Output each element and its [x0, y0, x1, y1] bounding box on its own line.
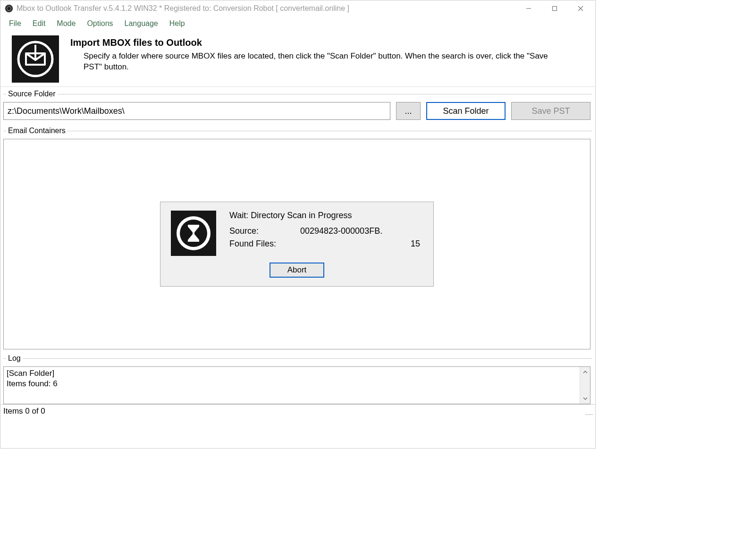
save-pst-button[interactable]: Save PST — [511, 102, 590, 120]
header-text: Import MBOX files to Outlook Specify a f… — [70, 35, 552, 83]
progress-found-value: 15 — [300, 239, 423, 249]
log-area: [Scan Folder] Items found: 6 — [3, 366, 590, 404]
source-folder-input[interactable] — [3, 102, 390, 120]
window-title: Mbox to Outlook Transfer v.5.4.1.2 WIN32… — [17, 4, 515, 13]
close-button[interactable] — [567, 1, 593, 16]
statusbar: Items 0 of 0 ⣀⣀ — [0, 404, 595, 418]
abort-button[interactable]: Abort — [270, 263, 324, 278]
app-icon — [4, 4, 14, 13]
log-legend: Log — [6, 354, 23, 363]
svg-point-0 — [5, 5, 13, 12]
log-text[interactable]: [Scan Folder] Items found: 6 — [4, 367, 580, 404]
hourglass-icon — [171, 211, 216, 256]
scroll-up-icon[interactable] — [580, 367, 590, 377]
email-containers-group: Email Containers Wait: Directory Scan in… — [3, 127, 592, 351]
status-text: Items 0 of 0 — [3, 407, 45, 416]
menu-language[interactable]: Language — [120, 18, 163, 29]
scan-folder-button[interactable]: Scan Folder — [426, 102, 506, 120]
header-title: Import MBOX files to Outlook — [70, 37, 552, 48]
email-containers-list[interactable]: Wait: Directory Scan in Progress Source:… — [3, 139, 590, 349]
menubar: File Edit Mode Options Language Help — [0, 17, 595, 31]
source-folder-legend: Source Folder — [6, 90, 58, 98]
app-window: Mbox to Outlook Transfer v.5.4.1.2 WIN32… — [0, 0, 596, 449]
resize-grip-icon[interactable]: ⣀⣀ — [585, 407, 592, 415]
svg-rect-3 — [552, 7, 556, 11]
progress-found-label: Found Files: — [229, 239, 300, 249]
maximize-button[interactable] — [541, 1, 567, 16]
minimize-button[interactable] — [515, 1, 541, 16]
titlebar: Mbox to Outlook Transfer v.5.4.1.2 WIN32… — [0, 0, 595, 17]
header-panel: Import MBOX files to Outlook Specify a f… — [0, 31, 595, 87]
source-folder-group: Source Folder ... Scan Folder Save PST — [3, 90, 592, 124]
browse-button[interactable]: ... — [396, 102, 421, 120]
log-group: Log [Scan Folder] Items found: 6 — [3, 354, 592, 404]
app-logo-icon — [12, 35, 59, 83]
email-containers-legend: Email Containers — [6, 127, 67, 135]
window-controls — [515, 1, 593, 16]
progress-title: Wait: Directory Scan in Progress — [229, 211, 423, 221]
menu-mode[interactable]: Mode — [52, 18, 80, 29]
menu-help[interactable]: Help — [165, 18, 190, 29]
progress-source-value: 00294823-000003FB. — [300, 226, 382, 236]
menu-edit[interactable]: Edit — [28, 18, 51, 29]
scan-progress-dialog: Wait: Directory Scan in Progress Source:… — [160, 202, 434, 287]
scroll-down-icon[interactable] — [580, 393, 590, 404]
menu-file[interactable]: File — [4, 18, 26, 29]
log-scrollbar[interactable] — [580, 367, 590, 404]
header-description: Specify a folder where source MBOX files… — [70, 51, 552, 73]
menu-options[interactable]: Options — [82, 18, 118, 29]
progress-source-label: Source: — [229, 226, 300, 236]
